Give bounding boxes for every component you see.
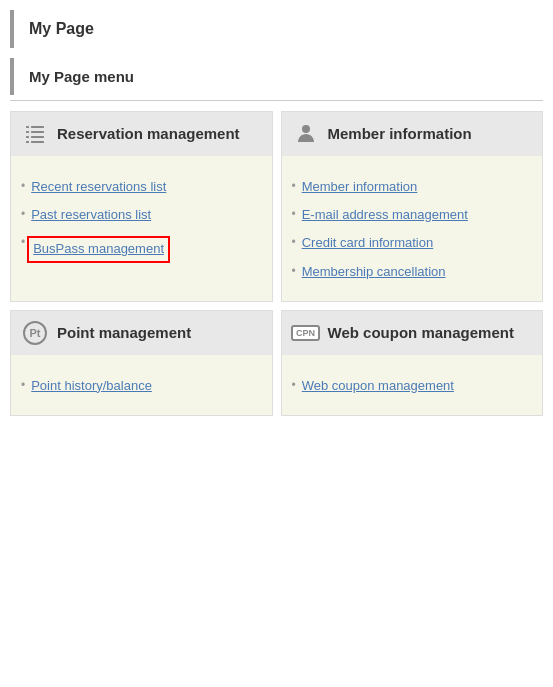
link-membership-cancel[interactable]: Membership cancellation bbox=[302, 263, 446, 281]
svg-rect-6 bbox=[26, 141, 29, 143]
svg-rect-5 bbox=[31, 136, 44, 138]
divider bbox=[10, 100, 543, 101]
card-links-point: Point history/balance bbox=[21, 367, 262, 405]
section-header: My Page menu bbox=[10, 58, 543, 95]
svg-rect-4 bbox=[26, 136, 29, 138]
card-links-reservation: Recent reservations listPast reservation… bbox=[21, 168, 262, 275]
grid-container: Reservation managementRecent reservation… bbox=[0, 111, 553, 426]
cpn-badge-icon: CPN bbox=[291, 325, 320, 341]
svg-rect-3 bbox=[31, 131, 44, 133]
list-icon bbox=[21, 120, 49, 148]
card-header-reservation: Reservation management bbox=[11, 112, 272, 156]
card-reservation: Reservation managementRecent reservation… bbox=[10, 111, 273, 302]
card-coupon: CPNWeb coupon managementWeb coupon manag… bbox=[281, 310, 544, 416]
card-member: Member informationMember informationE-ma… bbox=[281, 111, 544, 302]
list-item: Credit card information bbox=[292, 229, 533, 257]
card-title-reservation: Reservation management bbox=[57, 124, 240, 144]
card-title-point: Point management bbox=[57, 323, 191, 343]
link-member-info[interactable]: Member information bbox=[302, 178, 418, 196]
card-point: PtPoint managementPoint history/balance bbox=[10, 310, 273, 416]
card-title-coupon: Web coupon management bbox=[328, 323, 514, 343]
card-header-point: PtPoint management bbox=[11, 311, 272, 355]
point-circle-icon: Pt bbox=[23, 321, 47, 345]
svg-rect-0 bbox=[26, 126, 29, 128]
list-item: Point history/balance bbox=[21, 372, 262, 400]
link-past-reservations[interactable]: Past reservations list bbox=[31, 206, 151, 224]
svg-rect-1 bbox=[31, 126, 44, 128]
link-email-management[interactable]: E-mail address management bbox=[302, 206, 468, 224]
section-header-title: My Page menu bbox=[29, 68, 134, 85]
link-web-coupon[interactable]: Web coupon management bbox=[302, 377, 454, 395]
card-title-member: Member information bbox=[328, 124, 472, 144]
page-title-section: My Page bbox=[10, 10, 543, 48]
coupon-icon: CPN bbox=[292, 319, 320, 347]
link-recent-reservations[interactable]: Recent reservations list bbox=[31, 178, 166, 196]
list-item: Membership cancellation bbox=[292, 258, 533, 286]
svg-rect-2 bbox=[26, 131, 29, 133]
svg-point-8 bbox=[302, 125, 310, 133]
svg-rect-7 bbox=[31, 141, 44, 143]
link-credit-card[interactable]: Credit card information bbox=[302, 234, 434, 252]
list-item: E-mail address management bbox=[292, 201, 533, 229]
point-icon: Pt bbox=[21, 319, 49, 347]
link-point-history[interactable]: Point history/balance bbox=[31, 377, 152, 395]
card-links-coupon: Web coupon management bbox=[292, 367, 533, 405]
card-header-coupon: CPNWeb coupon management bbox=[282, 311, 543, 355]
page-title: My Page bbox=[29, 20, 94, 37]
list-item: BusPass management bbox=[21, 229, 262, 269]
person-icon bbox=[292, 120, 320, 148]
list-item: Recent reservations list bbox=[21, 173, 262, 201]
list-item: Member information bbox=[292, 173, 533, 201]
list-item: Web coupon management bbox=[292, 372, 533, 400]
link-buspass-management[interactable]: BusPass management bbox=[27, 236, 170, 262]
list-item: Past reservations list bbox=[21, 201, 262, 229]
card-header-member: Member information bbox=[282, 112, 543, 156]
card-links-member: Member informationE-mail address managem… bbox=[292, 168, 533, 291]
